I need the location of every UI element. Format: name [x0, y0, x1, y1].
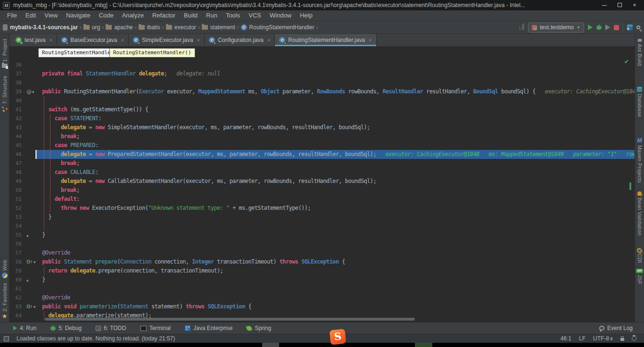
annotation-gutter-icon[interactable]: @	[26, 90, 32, 94]
tool-window-button-2-favorites[interactable]: 2: Favorites★	[2, 283, 8, 319]
code-line-56[interactable]: 56	[9, 240, 635, 248]
breadcrumb-chip-class[interactable]: RoutingStatementHandler	[38, 48, 117, 58]
code-line-37[interactable]: 37 private final StatementHandler delega…	[9, 69, 635, 78]
code-line-44[interactable]: 44 break;	[9, 132, 635, 141]
tool-window-button-database[interactable]: Database	[637, 87, 643, 117]
code-line-38[interactable]: 38	[9, 78, 635, 87]
readonly-lock-icon[interactable]	[620, 338, 624, 341]
tab-RoutingStatementHandler.java[interactable]: CRoutingStatementHandler.java×	[275, 34, 376, 46]
tool-window-button-web[interactable]: Web	[2, 260, 8, 278]
tool-window-button-5-debug[interactable]: 5: Debug	[50, 325, 82, 331]
code-line-60[interactable]: 60▴ }	[9, 275, 635, 284]
code-line-51[interactable]: 51 default:	[9, 195, 635, 204]
tool-window-button-6-todo[interactable]: 6: TODO	[96, 325, 126, 331]
run-with-coverage-button[interactable]	[605, 25, 610, 30]
tab-close-icon[interactable]: ×	[369, 37, 372, 43]
tab-BaseExecutor.java[interactable]: CBaseExecutor.java×	[57, 34, 129, 46]
code-line-41[interactable]: 41 switch (ms.getStatementType()) {	[9, 105, 635, 114]
tool-window-button-spring[interactable]: Spring	[247, 325, 271, 331]
code-line-49[interactable]: 49 delegate = new CallableStatementHandl…	[9, 177, 635, 186]
tool-window-button-jsf[interactable]: JSFJSF	[636, 269, 643, 284]
breadcrumb-chip-method[interactable]: RoutingStatementHandler()	[109, 48, 195, 58]
menu-item-analyze[interactable]: Analyze	[118, 10, 148, 21]
tab-close-icon[interactable]: ×	[121, 37, 124, 43]
code-line-57[interactable]: 57 @Override	[9, 248, 635, 257]
tool-window-button-bean-validation[interactable]: Bean Validation	[637, 191, 643, 236]
caret-position[interactable]: 46:1	[561, 335, 571, 342]
tab-test.java[interactable]: Ctest.java×	[11, 34, 57, 46]
code-line-43[interactable]: 43 delegate = new SimpleStatementHandler…	[9, 123, 635, 132]
error-stripe-mark[interactable]	[629, 182, 631, 190]
reload-classes-icon[interactable]: ↓01 10 01	[519, 24, 525, 31]
menu-item-view[interactable]: View	[40, 10, 62, 21]
code-line-40[interactable]: 40	[9, 96, 635, 105]
fold-end-icon[interactable]: ▴	[26, 278, 29, 282]
event-log-button[interactable]: Event Log	[599, 325, 633, 331]
code-line-61[interactable]: 61	[9, 284, 635, 293]
breadcrumb-item-executor[interactable]: executor	[166, 24, 196, 31]
overrides-method-icon[interactable]: O↑	[26, 305, 33, 309]
inspections-ok-icon[interactable]: ✔	[624, 58, 629, 65]
tool-window-button-7-structure[interactable]: 7: Structure	[2, 75, 8, 111]
run-button[interactable]	[588, 25, 593, 30]
tool-window-button-cdi[interactable]: CDI	[637, 248, 643, 263]
tool-window-button-java-enterprise[interactable]: Java Enterprise	[185, 325, 232, 331]
code-line-48[interactable]: 48 case CALLABLE:	[9, 168, 635, 177]
code-line-50[interactable]: 50 break;	[9, 186, 635, 195]
menu-item-edit[interactable]: Edit	[21, 10, 40, 21]
encoding-indicator[interactable]: UTF-8	[593, 335, 613, 342]
code-line-59[interactable]: 59 return delegate.prepare(connection, t…	[9, 266, 635, 275]
breadcrumb-item-apache[interactable]: apache	[106, 24, 132, 31]
code-line-63[interactable]: 63O↑▾ public void parameterize(Statement…	[9, 302, 635, 311]
fold-collapse-icon[interactable]: ▾	[33, 305, 36, 309]
editor[interactable]: 3637 private final StatementHandler dele…	[9, 46, 635, 322]
breadcrumb-item-mybatis-3.4.1-sources.jar[interactable]: mybatis-3.4.1-sources.jar	[3, 24, 78, 31]
code-line-47[interactable]: 47 break;	[9, 159, 635, 168]
menu-item-help[interactable]: Help	[296, 10, 317, 21]
fold-collapse-icon[interactable]: ▾	[33, 260, 36, 264]
menu-item-run[interactable]: Run	[202, 10, 222, 21]
tab-SimpleExecutor.java[interactable]: CSimpleExecutor.java×	[129, 34, 205, 46]
debug-button[interactable]	[596, 25, 602, 30]
overrides-method-icon[interactable]: O↑	[26, 260, 33, 264]
tool-window-button-4-run[interactable]: 4: Run	[13, 325, 36, 331]
menu-item-file[interactable]: File	[3, 10, 21, 21]
tab-Configuration.java[interactable]: CConfiguration.java×	[205, 34, 275, 46]
sogou-ime-icon[interactable]: S	[329, 329, 346, 345]
fold-end-icon[interactable]: ▴	[26, 233, 29, 238]
menu-item-tools[interactable]: Tools	[222, 10, 244, 21]
breadcrumb-item-ibatis[interactable]: ibatis	[139, 24, 160, 31]
breadcrumb-item-RoutingStatementHandler[interactable]: CRoutingStatementHandler	[241, 24, 314, 31]
horizontal-scrollbar[interactable]	[45, 318, 415, 321]
breadcrumb-item-statement[interactable]: statement	[202, 24, 235, 31]
code-line-45[interactable]: 45 case PREPARED:	[9, 141, 635, 150]
run-configuration-select[interactable]: test.testdemo ▼	[528, 23, 584, 33]
code-line-55[interactable]: 55▴ }	[9, 231, 635, 240]
tool-window-button-ant-build[interactable]: Ant Build	[637, 39, 643, 66]
menu-item-navigate[interactable]: Navigate	[62, 10, 94, 21]
code-line-39[interactable]: 39@▾ public RoutingStatementHandler(Exec…	[9, 87, 635, 96]
code-line-54[interactable]: 54	[9, 222, 635, 231]
code-line-42[interactable]: 42 case STATEMENT:	[9, 114, 635, 123]
minimize-button[interactable]	[598, 1, 611, 9]
line-ending-indicator[interactable]: LF	[579, 335, 586, 342]
tool-window-button-terminal[interactable]: Terminal	[140, 325, 171, 331]
restore-layout-icon[interactable]	[627, 25, 633, 30]
tab-close-icon[interactable]: ×	[197, 37, 200, 43]
fold-collapse-icon[interactable]: ▾	[32, 90, 34, 94]
tab-close-icon[interactable]: ×	[267, 37, 270, 43]
maximize-button[interactable]	[613, 1, 626, 9]
code-line-58[interactable]: 58O↑▾ public Statement prepare(Connectio…	[9, 257, 635, 266]
menu-item-build[interactable]: Build	[180, 10, 202, 21]
tool-window-button-maven-projects[interactable]: MMaven Projects	[637, 138, 643, 183]
menu-item-refactor[interactable]: Refactor	[148, 10, 180, 21]
menu-item-window[interactable]: Window	[265, 10, 296, 21]
highlighting-level-icon[interactable]	[632, 336, 636, 341]
profiler-button[interactable]	[614, 25, 619, 30]
search-everywhere-icon[interactable]	[636, 25, 640, 29]
code-line-46[interactable]: 46 delegate = new PreparedStatementHandl…	[9, 150, 635, 159]
menu-item-vcs[interactable]: VCS	[244, 10, 265, 21]
toggle-toolwindows-icon[interactable]	[4, 336, 9, 341]
tool-window-button-1-project[interactable]: 1: Project	[2, 39, 8, 68]
close-button[interactable]: ×	[628, 1, 641, 9]
